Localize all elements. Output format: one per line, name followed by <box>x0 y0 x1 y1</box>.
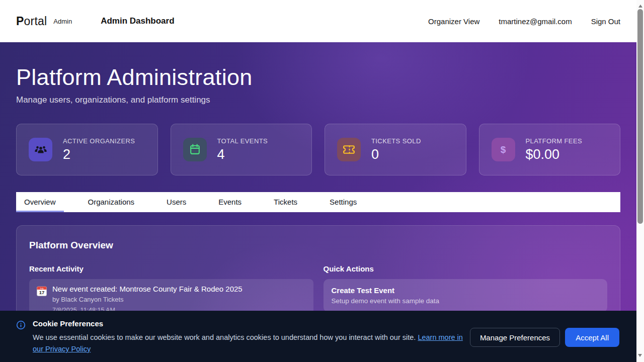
activity-organizer: by Black Canyon Tickets <box>52 296 243 303</box>
ticket-icon <box>337 138 361 161</box>
people-icon <box>29 138 52 161</box>
quick-action-description: Setup demo event with sample data <box>332 297 600 305</box>
cookie-text: Cookie Preferences We use essential cook… <box>33 319 466 362</box>
stat-label: ACTIVE ORGANIZERS <box>63 137 135 145</box>
cookie-body-text: We use essential cookies to make our web… <box>33 333 418 341</box>
user-email: tmartinez@gmail.com <box>499 17 572 26</box>
svg-text:17: 17 <box>39 290 45 295</box>
tab-settings[interactable]: Settings <box>321 192 365 212</box>
quick-action-title: Create Test Event <box>332 286 600 295</box>
stat-label: TOTAL EVENTS <box>217 137 268 145</box>
stat-value: 2 <box>63 147 135 162</box>
stat-card-total-events: TOTAL EVENTS 4 <box>171 124 312 175</box>
cookie-banner: Cookie Preferences We use essential cook… <box>0 311 636 362</box>
calendar-icon <box>183 138 207 161</box>
cookie-body: We use essential cookies to make our web… <box>33 332 466 355</box>
stat-text: ACTIVE ORGANIZERS 2 <box>63 137 135 162</box>
stat-card-tickets-sold: TICKETS SOLD 0 <box>325 124 466 175</box>
stat-label: PLATFORM FEES <box>526 137 583 145</box>
stat-card-active-organizers: ACTIVE ORGANIZERS 2 <box>16 124 158 175</box>
scroll-up-arrow-icon[interactable] <box>638 3 642 8</box>
header-nav: Organizer View tmartinez@gmail.com Sign … <box>428 17 620 26</box>
stat-label: TICKETS SOLD <box>371 137 421 145</box>
page-scrollbar[interactable] <box>636 0 644 362</box>
activity-text: New event created: Montrose County Fair … <box>52 285 243 314</box>
manage-preferences-button[interactable]: Manage Preferences <box>470 328 560 347</box>
logo-rest: ortal <box>24 15 47 28</box>
admin-tabbar: Overview Organizations Users Events Tick… <box>16 192 620 212</box>
logo-initial: P <box>16 15 24 28</box>
stat-text: TOTAL EVENTS 4 <box>217 137 268 162</box>
info-icon <box>16 320 26 362</box>
quick-actions-heading: Quick Actions <box>324 264 608 273</box>
stat-text: PLATFORM FEES $0.00 <box>526 137 583 162</box>
overview-title: Platform Overview <box>29 240 607 251</box>
recent-activity-heading: Recent Activity <box>29 264 313 273</box>
cookie-buttons: Manage Preferences Accept All <box>470 328 619 362</box>
dollar-icon: $ <box>492 138 515 161</box>
portal-logo[interactable]: Portal <box>16 15 47 28</box>
cookie-title: Cookie Preferences <box>33 319 466 328</box>
stat-card-platform-fees: $ PLATFORM FEES $0.00 <box>479 124 621 175</box>
activity-title: New event created: Montrose County Fair … <box>52 285 243 293</box>
hero-subtitle: Manage users, organizations, and platfor… <box>16 96 620 105</box>
stat-value: $0.00 <box>526 147 583 162</box>
app-header: Portal Admin Admin Dashboard Organizer V… <box>0 0 636 42</box>
tab-events[interactable]: Events <box>210 192 250 212</box>
scrollbar-thumb[interactable] <box>637 9 643 224</box>
admin-badge: Admin <box>53 18 72 25</box>
organizer-view-link[interactable]: Organizer View <box>428 17 479 26</box>
stat-text: TICKETS SOLD 0 <box>371 137 421 162</box>
accept-all-button[interactable]: Accept All <box>565 328 619 347</box>
stat-value: 4 <box>217 147 268 162</box>
tab-users[interactable]: Users <box>158 192 194 212</box>
scroll-down-arrow-icon[interactable] <box>638 354 642 359</box>
tab-organizations[interactable]: Organizations <box>80 192 143 212</box>
sign-out-link[interactable]: Sign Out <box>591 17 620 26</box>
tab-overview[interactable]: Overview <box>16 192 64 212</box>
hero-title: Platform Administration <box>16 64 620 90</box>
tab-tickets[interactable]: Tickets <box>266 192 305 212</box>
dollar-glyph: $ <box>501 144 506 155</box>
stat-value: 0 <box>371 147 421 162</box>
stats-row: ACTIVE ORGANIZERS 2 TOTAL EVENTS 4 <box>16 124 620 175</box>
create-test-event-action[interactable]: Create Test Event Setup demo event with … <box>324 279 608 312</box>
page-title: Admin Dashboard <box>101 16 174 26</box>
calendar-emoji-icon: July 17 <box>36 286 47 314</box>
